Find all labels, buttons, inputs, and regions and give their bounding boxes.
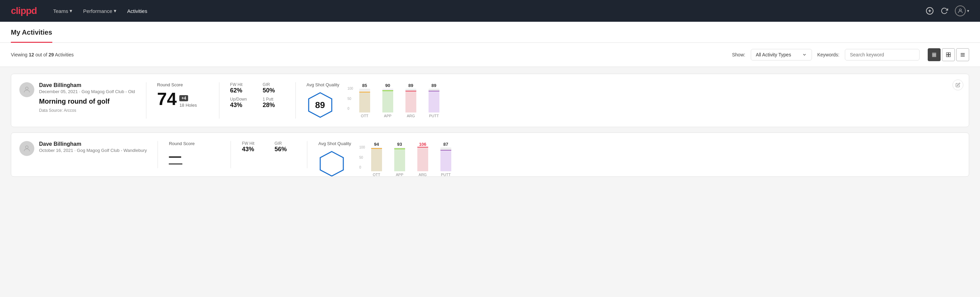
round-score-section: Round Score —: [169, 141, 220, 166]
navbar: clippd Teams ▾ Performance ▾ Activities: [0, 0, 980, 22]
avg-shot-label: Avg Shot Quality: [318, 141, 351, 146]
y-axis-labels: 100 50 0: [359, 145, 365, 169]
round-score-label: Round Score: [169, 141, 220, 146]
search-input[interactable]: [845, 49, 920, 61]
user-name: Dave Billingham: [39, 141, 147, 147]
card-user-section: Dave Billingham October 16, 2021 · Gog M…: [19, 141, 147, 156]
bar-app: 90 APP: [378, 83, 398, 118]
activity-card: Dave Billingham October 16, 2021 · Gog M…: [11, 133, 969, 177]
user-info: Dave Billingham October 16, 2021 · Gog M…: [39, 141, 147, 156]
quality-label-col: Avg Shot Quality 89: [307, 82, 340, 118]
edit-button[interactable]: [953, 80, 963, 90]
add-button[interactable]: [926, 7, 934, 15]
nav-icons: ▾: [926, 5, 969, 16]
hexagon: 89: [307, 91, 334, 118]
bar-columns: 85 OTT 90 APP: [355, 83, 444, 118]
card-divider: [307, 141, 307, 168]
card-divider: [219, 82, 220, 118]
quality-label-col: Avg Shot Quality: [318, 141, 351, 177]
view-list-dense-button[interactable]: [928, 48, 940, 61]
bar-arg: 89 ARG: [401, 83, 421, 118]
view-list-wide-button[interactable]: [956, 48, 969, 61]
card-user-section: Dave Billingham December 05, 2021 · Gog …: [19, 82, 135, 113]
svg-rect-4: [932, 53, 936, 54]
bar-app: 93 APP: [390, 142, 410, 177]
fw-hit-stat: FW Hit 43%: [242, 141, 264, 153]
score-display: 74 +4 18 Holes: [157, 90, 208, 108]
main-content: Dave Billingham December 05, 2021 · Gog …: [0, 67, 980, 184]
svg-rect-14: [961, 56, 965, 56]
svg-rect-9: [949, 53, 950, 54]
bar-ott: 94 OTT: [366, 142, 387, 177]
avatar: [19, 82, 34, 97]
svg-rect-7: [932, 56, 936, 57]
hexagon-svg: [318, 150, 345, 177]
fw-hit-stat: FW Hit 62%: [230, 82, 252, 94]
avg-shot-label: Avg Shot Quality: [307, 82, 340, 87]
refresh-button[interactable]: [940, 7, 948, 14]
svg-rect-12: [961, 53, 965, 54]
score-display: —: [169, 149, 220, 164]
bar-putt: 89 PUTT: [424, 83, 444, 118]
stats-section: FW Hit 62% GIR 50% Up/Down 43% 1 Putt 28…: [230, 82, 285, 109]
nav-teams[interactable]: Teams ▾: [53, 6, 72, 15]
list-wide-icon: [960, 52, 966, 57]
fw-hit-value: 62%: [230, 87, 252, 94]
oneputt-value: 28%: [263, 102, 285, 109]
logo[interactable]: clippd: [11, 5, 37, 16]
updown-stat: Up/Down 43%: [230, 97, 252, 109]
oneputt-label: 1 Putt: [263, 97, 285, 102]
holes-text: 18 Holes: [179, 103, 197, 108]
list-dense-icon: [931, 52, 937, 57]
avatar-button[interactable]: ▾: [955, 5, 969, 16]
svg-rect-5: [932, 54, 936, 55]
avatar: [955, 5, 966, 16]
show-label: Show:: [732, 52, 745, 57]
gir-label: GIR: [263, 82, 285, 87]
hexagon-wrap: [318, 150, 345, 177]
svg-rect-10: [947, 55, 948, 57]
bar-columns: 94 OTT 93 APP: [366, 142, 456, 177]
svg-rect-11: [949, 55, 950, 57]
gir-value: 56%: [274, 146, 296, 153]
gir-stat: GIR 50%: [263, 82, 285, 94]
page-title: My Activities: [11, 22, 52, 43]
activity-date: December 05, 2021 · Gog Magog Golf Club …: [39, 89, 135, 94]
card-divider: [146, 82, 146, 118]
svg-point-17: [25, 146, 28, 148]
edit-icon: [956, 83, 960, 87]
round-score-section: Round Score 74 +4 18 Holes: [157, 82, 208, 109]
fw-hit-value: 43%: [242, 146, 264, 153]
avg-shot-quality-section: Avg Shot Quality 89 100 50 0: [307, 82, 961, 118]
hexagon-wrap: 89: [307, 91, 334, 118]
round-score-label: Round Score: [157, 82, 208, 87]
svg-point-3: [959, 9, 961, 11]
activity-title: Morning round of golf: [39, 97, 135, 105]
nav-activities[interactable]: Activities: [127, 7, 147, 15]
y-axis-labels: 100 50 0: [347, 87, 353, 110]
nav-performance[interactable]: Performance ▾: [83, 6, 116, 15]
bar-chart: 100 50 0 85 OTT: [347, 83, 444, 118]
activity-card: Dave Billingham December 05, 2021 · Gog …: [11, 74, 969, 127]
hex-number: 89: [315, 100, 325, 110]
bar-chart: 100 50 0 94 OTT 93: [359, 142, 456, 177]
fw-hit-label: FW Hit: [242, 141, 264, 146]
card-divider: [158, 141, 158, 168]
keywords-label: Keywords:: [817, 52, 839, 57]
score-badge: +4: [179, 95, 188, 101]
user-name: Dave Billingham: [39, 82, 135, 88]
score-value: 74: [157, 90, 177, 108]
view-toggle: [928, 48, 969, 61]
fw-hit-label: FW Hit: [230, 82, 252, 87]
view-grid-button[interactable]: [942, 48, 955, 61]
activity-type-dropdown[interactable]: All Activity Types: [751, 49, 812, 61]
stats-section: FW Hit 43% GIR 56%: [242, 141, 296, 153]
svg-rect-13: [961, 54, 965, 55]
page-header: My Activities: [0, 22, 980, 43]
avg-shot-quality-section: Avg Shot Quality 100 50 0: [318, 141, 961, 177]
data-source: Data Source: Arccos: [39, 108, 135, 113]
viewing-text: Viewing 12 out of 29 Activities: [11, 52, 727, 57]
avatar: [19, 141, 34, 156]
gir-label: GIR: [274, 141, 296, 146]
user-info: Dave Billingham December 05, 2021 · Gog …: [39, 82, 135, 113]
